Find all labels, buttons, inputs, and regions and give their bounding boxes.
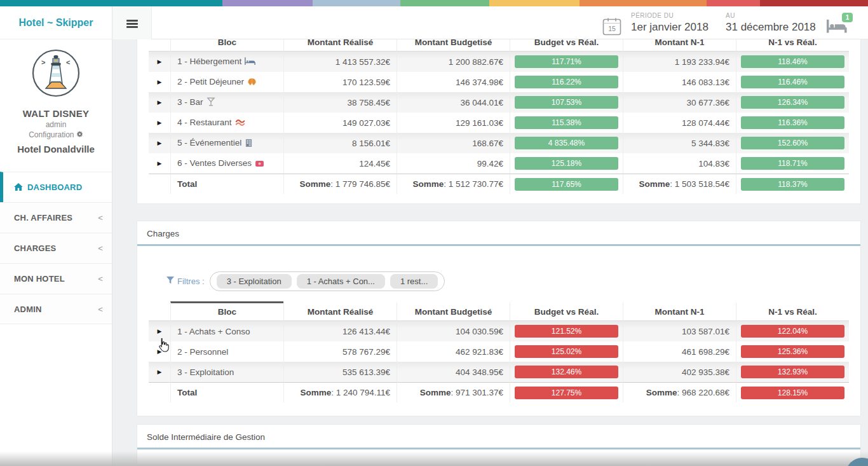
table-total-row: TotalSomme: 1 240 794.11€Somme: 971 301.…: [149, 382, 849, 402]
cell-montant-n1: 128 074.44€: [623, 113, 736, 133]
section-underline: [137, 448, 860, 449]
cell-montant-n1: 5 344.83€: [623, 133, 736, 153]
bloc-label: 2 - Petit Déjeuner: [177, 77, 244, 86]
period-to: AU 31 décembre 2018: [726, 12, 816, 34]
configuration-link[interactable]: Configuration: [0, 130, 112, 139]
percentage-badge: 152.60%: [741, 137, 844, 149]
user-role: admin: [0, 120, 112, 129]
period-to-label: AU: [726, 12, 816, 19]
expand-row-button[interactable]: ▶: [149, 72, 170, 92]
app-screen: Hotel ~ Skipper > < WALT DISNEY: [0, 0, 868, 466]
filter-chip[interactable]: 1 rest...: [390, 274, 438, 289]
column-header[interactable]: Montant Budgetisé: [397, 301, 510, 321]
cell-percentage: 107.53%: [510, 92, 623, 113]
sidebar-item-label: ADMIN: [14, 305, 42, 314]
expand-row-button[interactable]: ▶: [149, 133, 170, 153]
charges-section-title: Charges: [137, 221, 860, 244]
bloc-label: 5 - Événementiel: [177, 138, 241, 147]
percentage-badge: 117.71%: [515, 55, 618, 68]
sidebar-item-dashboard[interactable]: DASHBOARD: [0, 172, 112, 202]
table-row[interactable]: ▶6 - Ventes Diverses124.45€99.42€125.18%…: [149, 153, 849, 174]
bed-occupancy-icon: [825, 27, 848, 38]
cell-percentage: 118.71%: [736, 153, 849, 174]
cell-percentage: 152.60%: [736, 133, 849, 153]
cell-montant-n1: 103 587.01€: [623, 321, 736, 341]
gear-icon: [76, 130, 83, 139]
table-row[interactable]: ▶2 - Personnel578 767.29€462 921.83€125.…: [149, 341, 849, 362]
percentage-badge: 127.75%: [515, 387, 618, 399]
revenue-card: BlocMontant RéaliséMontant BudgetiséBudg…: [137, 31, 860, 203]
cell-percentage: 128.15%: [736, 382, 849, 402]
table-row[interactable]: ▶3 - Exploitation535 613.39€404 348.95€1…: [149, 362, 849, 382]
column-header[interactable]: Montant Réalisé: [283, 301, 397, 321]
table-row[interactable]: ▶1 - Achats + Conso126 413.44€104 030.59…: [149, 321, 849, 341]
table-row[interactable]: ▶3 - Bar38 758.45€36 044.01€107.53%30 67…: [149, 92, 849, 113]
table-row[interactable]: ▶2 - Petit Déjeuner170 123.59€146 374.98…: [149, 72, 849, 92]
hamburger-menu-button[interactable]: [112, 6, 152, 39]
sidebar-menu: DASHBOARDCH. AFFAIRES<CHARGES<MON HOTEL<…: [0, 172, 112, 324]
cell-percentage: 126.34%: [736, 92, 849, 113]
expand-row-button[interactable]: ▶: [149, 153, 170, 174]
cell-bloc: 2 - Petit Déjeuner: [170, 72, 283, 92]
bloc-label: 4 - Restaurant: [177, 118, 232, 127]
percentage-badge: 125.18%: [515, 157, 618, 170]
occupancy-button[interactable]: 1: [825, 14, 853, 38]
period-to-value[interactable]: 31 décembre 2018: [726, 21, 816, 34]
percentage-badge: 118.71%: [741, 157, 844, 170]
cell-somme-budgetise: Somme: 1 512 730.77€: [397, 174, 510, 194]
cell-percentage: 132.46%: [510, 362, 623, 382]
cell-montant-budgetise: 168.67€: [397, 133, 510, 153]
cell-bloc: 5 - Événementiel: [170, 133, 283, 153]
expand-row-button[interactable]: ▶: [149, 92, 170, 113]
sidebar-item-ch-affaires[interactable]: CH. AFFAIRES<: [0, 202, 112, 233]
sidebar-item-mon-hotel[interactable]: MON HOTEL<: [0, 263, 112, 294]
cell-montant-realise: 535 613.39€: [283, 362, 397, 382]
cell-bloc: 3 - Exploitation: [170, 362, 283, 382]
sidebar-item-admin[interactable]: ADMIN<: [0, 294, 112, 324]
cell-percentage: 121.52%: [510, 321, 623, 341]
occupancy-badge: 1: [842, 13, 853, 22]
cell-bloc: 1 - Hébergement: [170, 51, 283, 72]
chevron-left-icon: <: [98, 264, 103, 294]
cell-montant-n1: 402 935.38€: [623, 362, 736, 382]
expand-row-button[interactable]: ▶: [149, 51, 170, 72]
cell-percentage: 116.22%: [510, 72, 623, 92]
brand-bar: Hotel ~ Skipper: [0, 6, 112, 39]
sidebar-item-charges[interactable]: CHARGES<: [0, 233, 112, 263]
cell-percentage: 125.36%: [736, 341, 849, 362]
table-row[interactable]: ▶1 - Hébergement1 413 557.32€1 200 882.6…: [149, 51, 849, 72]
cell-montant-realise: 170 123.59€: [283, 72, 397, 92]
column-header[interactable]: Bloc: [170, 301, 283, 321]
revenue-table: BlocMontant RéaliséMontant BudgetiséBudg…: [149, 32, 849, 194]
expand-row-button[interactable]: ▶: [149, 113, 170, 133]
cell-montant-realise: 124.45€: [283, 153, 397, 174]
calendar-icon[interactable]: 15: [602, 17, 621, 38]
percentage-badge: 132.46%: [515, 366, 618, 378]
filter-chip[interactable]: 1 - Achats + Con...: [297, 274, 385, 289]
cell-bloc: 2 - Personnel: [170, 341, 283, 362]
lighthouse-logo-icon: > <: [31, 48, 81, 99]
cell-montant-budgetise: 99.42€: [397, 153, 510, 174]
column-header[interactable]: Montant N-1: [623, 301, 736, 321]
cell-montant-realise: 578 767.29€: [283, 341, 397, 362]
cell-percentage: 122.04%: [736, 321, 849, 341]
cell-percentage: 117.71%: [510, 51, 623, 72]
expand-row-button[interactable]: ▶: [149, 362, 170, 382]
column-header[interactable]: Budget vs Réal.: [510, 301, 623, 321]
app-brand[interactable]: Hotel ~ Skipper: [19, 17, 93, 28]
percentage-badge: 121.52%: [515, 325, 618, 338]
table-row[interactable]: ▶5 - Événementiel8 156.01€168.67€4 835.4…: [149, 133, 849, 153]
svg-text:<: <: [66, 58, 70, 66]
bacon-icon: [235, 119, 245, 128]
cell-montant-budgetise: 1 200 882.67€: [397, 51, 510, 72]
table-row[interactable]: ▶4 - Restaurant149 027.03€129 161.03€115…: [149, 113, 849, 133]
user-name: WALT DISNEY: [0, 108, 112, 119]
period-from-value[interactable]: 1er janvier 2018: [631, 21, 709, 34]
percentage-badge: 4 835.48%: [515, 137, 618, 149]
filter-chip[interactable]: 3 - Exploitation: [217, 274, 292, 289]
cell-percentage: 116.46%: [736, 72, 849, 92]
percentage-badge: 116.46%: [741, 76, 844, 88]
column-header[interactable]: N-1 vs Réal.: [736, 301, 849, 321]
period-from-label: PÉRIODE DU: [631, 12, 709, 19]
cell-montant-budgetise: 146 374.98€: [397, 72, 510, 92]
